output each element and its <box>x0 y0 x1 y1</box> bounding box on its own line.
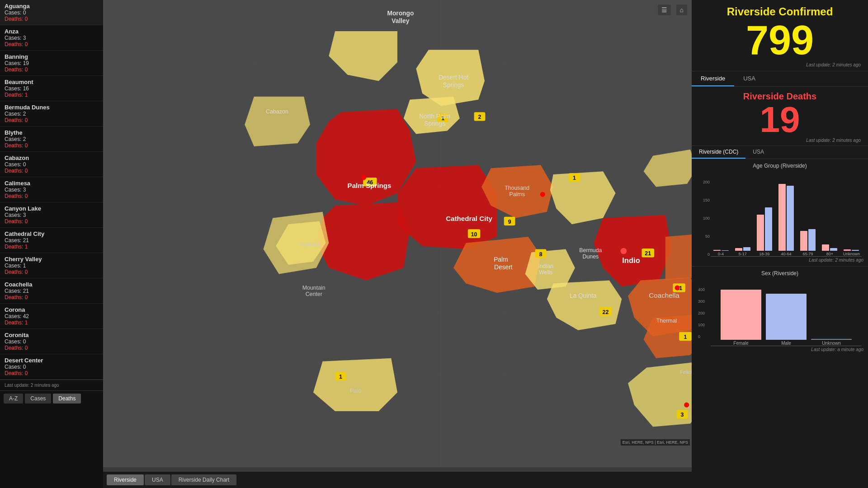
svg-text:Thermal: Thermal <box>656 318 677 324</box>
city-name: Calimesa <box>5 180 99 187</box>
tab-az[interactable]: A-Z <box>4 394 23 404</box>
cities-list: Aguanga Cases: 0 Deaths: 0 Anza Cases: 3… <box>0 0 103 380</box>
svg-text:1: 1 <box>573 175 576 181</box>
male-bar <box>830 248 837 251</box>
cdc-tab-riverside[interactable]: Riverside (CDC) <box>692 146 745 159</box>
svg-text:22: 22 <box>603 309 609 315</box>
svg-text:Palms: Palms <box>509 191 524 197</box>
city-name: Cherry Valley <box>5 256 99 263</box>
age-bar-group-40-64: 40-64 <box>776 184 796 256</box>
sidebar-item-coronita[interactable]: Coronita Cases: 0 Deaths: 0 <box>0 329 103 354</box>
svg-text:Palm: Palm <box>494 256 508 263</box>
sidebar-item-bermuda-dunes[interactable]: Bermuda Dunes Cases: 2 Deaths: 0 <box>0 101 103 127</box>
confirmed-header: Riverside Confirmed 799 Last update: 2 m… <box>692 0 868 71</box>
city-cases: Cases: 0 <box>5 161 99 168</box>
city-cases: Cases: 21 <box>5 237 99 244</box>
map-svg: 1 2 46 10 9 8 1 21 22 21 1 1 3 <box>103 0 692 467</box>
city-name: Blythe <box>5 129 99 136</box>
svg-text:Bermuda: Bermuda <box>579 247 602 253</box>
sidebar-item-canyon-lake[interactable]: Canyon Lake Cases: 3 Deaths: 0 <box>0 202 103 228</box>
city-deaths: Deaths: 0 <box>5 269 99 275</box>
sidebar-item-cherry-valley[interactable]: Cherry Valley Cases: 1 Deaths: 0 <box>0 253 103 278</box>
age-bar-group-Unknown: Unknown <box>841 249 862 256</box>
sidebar-item-corona[interactable]: Corona Cases: 42 Deaths: 1 <box>0 304 103 329</box>
age-group-label: 5-17 <box>739 252 747 256</box>
sidebar-item-aguanga[interactable]: Aguanga Cases: 0 Deaths: 0 <box>0 0 103 25</box>
svg-text:Springs: Springs <box>443 82 464 89</box>
svg-text:Indian: Indian <box>538 263 553 269</box>
sex-bar-group-male: Male <box>766 294 807 346</box>
city-name: Anza <box>5 28 99 35</box>
sidebar-item-beaumont[interactable]: Beaumont Cases: 16 Deaths: 1 <box>0 76 103 101</box>
city-cases: Cases: 3 <box>5 212 99 218</box>
map-tab-usa[interactable]: USA <box>145 474 170 485</box>
age-bars: 0-4 5-17 18-39 40-64 65-79 <box>711 180 862 257</box>
svg-marker-19 <box>245 97 310 146</box>
tab-cases[interactable]: Cases <box>25 394 51 404</box>
sidebar-item-banning[interactable]: Banning Cases: 19 Deaths: 0 <box>0 51 103 76</box>
city-cases: Cases: 19 <box>5 60 99 66</box>
city-cases: Cases: 3 <box>5 35 99 41</box>
sidebar-item-anza[interactable]: Anza Cases: 3 Deaths: 0 <box>0 25 103 51</box>
sidebar-last-update: Last update: 2 minutes ago <box>0 380 103 390</box>
city-name: Banning <box>5 53 99 60</box>
city-cases: Cases: 2 <box>5 136 99 142</box>
male-bar <box>765 207 772 251</box>
map-menu-button[interactable]: ☰ <box>658 5 671 15</box>
city-cases: Cases: 21 <box>5 288 99 294</box>
female-bar <box>844 249 851 251</box>
svg-text:North Palm: North Palm <box>419 113 450 120</box>
city-name: Cabazon <box>5 155 99 161</box>
female-bar <box>713 250 721 251</box>
sidebar-item-blythe[interactable]: Blythe Cases: 2 Deaths: 0 <box>0 127 103 152</box>
sex-bar-group-female: Female <box>721 290 761 346</box>
svg-text:Thousand: Thousand <box>505 185 529 191</box>
city-name: Coachella <box>5 281 99 288</box>
city-deaths: Deaths: 0 <box>5 370 99 376</box>
deaths-count: 19 <box>699 102 861 138</box>
sidebar-item-cabazon[interactable]: Cabazon Cases: 0 Deaths: 0 <box>0 152 103 177</box>
tab-deaths[interactable]: Deaths <box>53 394 81 404</box>
city-deaths: Deaths: 0 <box>5 142 99 149</box>
cdc-tab-usa[interactable]: USA <box>745 146 771 159</box>
sidebar-item-coachella[interactable]: Coachella Cases: 21 Deaths: 0 <box>0 278 103 304</box>
rp-tab-riverside[interactable]: Riverside <box>692 71 734 86</box>
map-tab-daily-chart[interactable]: Riverside Daily Chart <box>171 474 237 485</box>
deaths-section: Riverside Deaths 19 Last update: 2 minut… <box>692 87 868 146</box>
svg-text:Wells: Wells <box>539 269 552 276</box>
svg-text:Desert Hot: Desert Hot <box>439 74 468 81</box>
map-home-button[interactable]: ⌂ <box>676 5 687 15</box>
svg-text:La Quinta: La Quinta <box>570 292 597 299</box>
age-bar-group-65-79: 65-79 <box>798 229 818 256</box>
svg-point-64 <box>540 192 545 197</box>
svg-text:9: 9 <box>508 219 511 225</box>
svg-text:Coachella: Coachella <box>649 291 679 299</box>
male-bar <box>808 229 816 251</box>
sidebar-item-calimesa[interactable]: Calimesa Cases: 3 Deaths: 0 <box>0 177 103 202</box>
city-deaths: Deaths: 1 <box>5 244 99 250</box>
map-tab-riverside[interactable]: Riverside <box>107 474 144 485</box>
female-bar <box>757 215 764 251</box>
sidebar-item-desert-center[interactable]: Desert Center Cases: 0 Deaths: 0 <box>0 354 103 380</box>
rp-tab-usa[interactable]: USA <box>734 71 764 86</box>
age-group-label: Unknown <box>843 252 860 256</box>
sex-label: Male <box>781 341 791 346</box>
sidebar-item-cathedral-city[interactable]: Cathedral City Cases: 21 Deaths: 1 <box>0 228 103 253</box>
svg-text:10: 10 <box>471 231 477 238</box>
female-bar <box>735 248 742 251</box>
female-bar <box>721 290 761 340</box>
city-name: Canyon Lake <box>5 205 99 212</box>
svg-text:Springs: Springs <box>424 120 445 127</box>
male-bar <box>787 186 794 251</box>
rp-tabs: Riverside USA <box>692 71 868 87</box>
svg-text:1: 1 <box>339 374 342 380</box>
map-canvas[interactable]: 1 2 46 10 9 8 1 21 22 21 1 1 3 <box>103 0 692 467</box>
sex-chart-title: Sex (Riverside) <box>696 270 863 277</box>
svg-marker-31 <box>665 234 692 280</box>
age-group-label: 40-64 <box>781 252 791 256</box>
city-deaths: Deaths: 1 <box>5 319 99 326</box>
svg-text:Center: Center <box>306 291 322 297</box>
svg-text:Cabazon: Cabazon <box>266 108 288 115</box>
svg-text:Palo: Palo <box>350 388 361 394</box>
sex-y-axis: 400 300 200 100 0 <box>698 287 711 346</box>
